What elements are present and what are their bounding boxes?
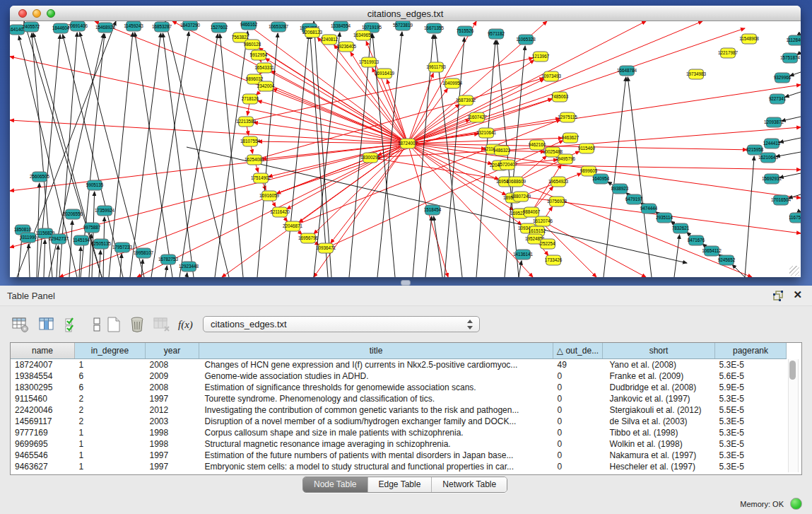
table-cell[interactable]: 1997 (146, 393, 199, 404)
table-cell[interactable]: 0 (553, 404, 603, 416)
graph-edge[interactable] (18, 236, 22, 277)
table-cell[interactable]: Embryonic stem cells: a model to study s… (199, 461, 553, 472)
graph-node[interactable]: 9571182 (488, 29, 505, 39)
table-row[interactable]: 969969511998Structural magnetic resonanc… (11, 438, 787, 450)
graph-node[interactable]: 9474444 (640, 204, 658, 214)
table-row[interactable]: 1938455462009Genome-wide association stu… (11, 370, 787, 382)
graph-node[interactable]: 7515526 (457, 26, 474, 36)
table-scrollbar-thumb[interactable] (789, 361, 796, 380)
table-cell[interactable]: 2 (75, 404, 146, 416)
graph-node[interactable]: 15720407 (498, 160, 518, 170)
graph-node[interactable]: 16916419 (375, 69, 395, 78)
graph-node[interactable]: 12942737 (49, 234, 69, 244)
table-cell[interactable]: 49 (553, 359, 603, 371)
column-header-out_de[interactable]: △ out_de... (553, 343, 603, 359)
graph-edge[interactable] (130, 33, 161, 277)
graph-node[interactable]: 1145194 (73, 235, 90, 245)
table-cell[interactable]: 0 (553, 393, 603, 404)
panel-splitter-handle[interactable] (401, 280, 411, 286)
column-header-title[interactable]: title (199, 343, 553, 359)
table-cell[interactable]: 1 (75, 438, 146, 450)
table-row[interactable]: 2242004622012Investigating the contribut… (11, 404, 787, 416)
table-cell[interactable]: 0 (553, 370, 603, 382)
table-row[interactable]: 946554611997Estimation of the future num… (11, 450, 787, 461)
table-cell[interactable]: 22420046 (11, 404, 75, 416)
table-cell[interactable]: 0 (553, 461, 603, 472)
graph-node[interactable]: 18724007 (398, 139, 418, 148)
graph-node[interactable]: 9466162 (240, 21, 258, 30)
graph-node[interactable]: 9311990 (20, 233, 37, 243)
graph-node[interactable]: 9329966 (774, 73, 792, 83)
graph-node[interactable]: 16916059 (259, 191, 280, 201)
table-cell[interactable]: Disruption of a novel member of a sodium… (199, 416, 553, 427)
graph-node[interactable]: 10654112 (702, 246, 722, 256)
graph-node[interactable]: 12923448 (179, 262, 199, 271)
column-visibility-icon[interactable] (37, 315, 56, 334)
table-cell[interactable]: Franke et al. (2009) (603, 370, 715, 382)
close-panel-icon[interactable]: ✕ (793, 288, 802, 301)
table-cell[interactable]: 0 (553, 450, 603, 461)
network-canvas[interactable]: 1641405240557218446042069140615468923114… (10, 21, 801, 277)
graph-node[interactable]: 11128401 (786, 35, 801, 45)
graph-node[interactable]: 12116420 (270, 207, 290, 217)
table-cell[interactable]: Dudbridge et al. (2008) (603, 382, 715, 393)
graph-node[interactable]: 20206556 (63, 209, 83, 219)
column-header-short[interactable]: short (603, 343, 715, 359)
graph-node[interactable]: 14136141 (513, 250, 534, 259)
graph-node[interactable]: 12217987 (718, 48, 739, 58)
graph-edge[interactable] (151, 32, 189, 277)
graph-node[interactable]: 8471676 (688, 235, 705, 245)
graph-node[interactable]: 252254 (540, 239, 555, 249)
table-cell[interactable]: 1998 (146, 427, 199, 438)
graph-node[interactable]: 15751874 (780, 53, 801, 63)
graph-node[interactable]: 11607427 (467, 112, 487, 122)
float-panel-icon[interactable] (772, 290, 784, 301)
graph-node[interactable]: 19734983 (686, 69, 707, 79)
graph-node[interactable]: 10409954 (442, 78, 463, 88)
graph-node[interactable]: 1167533 (789, 213, 801, 223)
graph-node[interactable]: 12505135 (91, 239, 112, 249)
table-cell[interactable]: 5.3E-5 (715, 450, 787, 461)
table-cell[interactable]: 9463627 (11, 461, 75, 472)
graph-edge[interactable] (10, 57, 408, 144)
graph-edge[interactable] (425, 216, 432, 277)
table-cell[interactable]: 18724007 (11, 359, 75, 371)
table-cell[interactable]: 9777169 (11, 427, 75, 438)
graph-node[interactable]: 16349658 (353, 30, 374, 40)
table-cell[interactable]: Wolkin et al. (1998) (603, 438, 715, 450)
graph-node[interactable]: 2718126 (242, 94, 259, 104)
graph-node[interactable]: 11065328 (516, 35, 536, 45)
table-cell[interactable]: 0 (553, 382, 603, 393)
graph-node[interactable]: 18437290 (180, 21, 201, 30)
graph-node[interactable]: 1213967 (532, 52, 550, 62)
table-cell[interactable]: 1 (75, 359, 146, 371)
table-cell[interactable]: 5.3E-5 (715, 461, 787, 472)
graph-node[interactable]: 9245652 (718, 255, 736, 265)
graph-node[interactable]: 22046871 (283, 221, 303, 231)
graph-edge[interactable] (135, 33, 172, 277)
graph-edge[interactable] (163, 33, 194, 277)
graph-node[interactable]: 2935114 (656, 213, 673, 223)
graph-node[interactable]: 17514902 (251, 173, 271, 183)
graph-node[interactable]: 12093872 (764, 117, 784, 127)
table-cell[interactable]: 1 (75, 461, 146, 472)
delete-table-icon[interactable] (153, 315, 171, 334)
graph-node[interactable]: 5905135 (86, 180, 104, 190)
table-row[interactable]: 1456911722003Disruption of a novel membe… (11, 416, 787, 427)
graph-node[interactable]: 2342004 (257, 81, 275, 91)
graph-node[interactable]: 17016504 (771, 195, 792, 205)
graph-node[interactable]: 12975115 (558, 112, 577, 122)
graph-node[interactable]: 6479197 (625, 194, 643, 204)
resize-grip-icon[interactable] (789, 266, 799, 276)
graph-node[interactable]: 16120746 (533, 216, 553, 226)
table-cell[interactable]: 9115460 (11, 393, 75, 404)
table-row[interactable]: 1830029562008Estimation of significance … (11, 382, 787, 393)
graph-node[interactable]: 11459243 (124, 21, 143, 31)
table-row[interactable]: 911546021997Tourette syndrome. Phenomeno… (11, 393, 787, 404)
graph-node[interactable]: 1733426 (545, 255, 563, 265)
graph-node[interactable]: 9486322 (493, 146, 511, 156)
table-selector-dropdown[interactable]: citations_edges.txt (203, 316, 480, 332)
graph-edge[interactable] (187, 273, 187, 277)
graph-edge[interactable] (408, 144, 801, 198)
table-cell[interactable]: 6 (75, 370, 146, 382)
